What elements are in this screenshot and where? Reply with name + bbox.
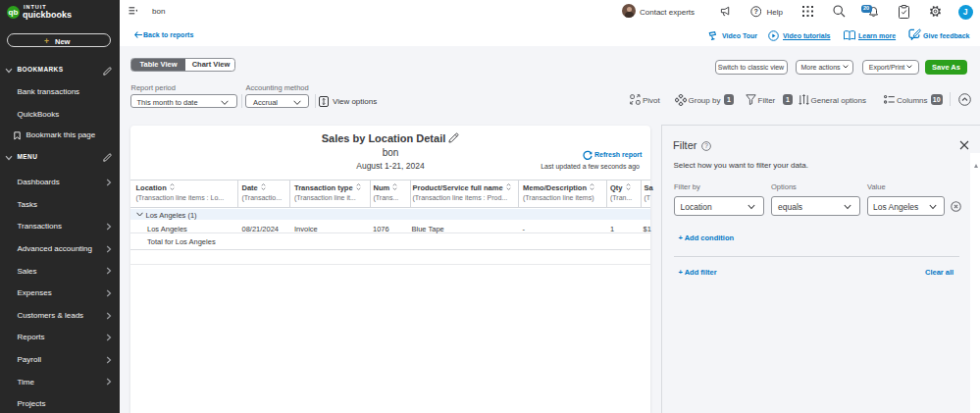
- svg-text:?: ?: [753, 8, 757, 16]
- svg-text:?: ?: [704, 142, 708, 149]
